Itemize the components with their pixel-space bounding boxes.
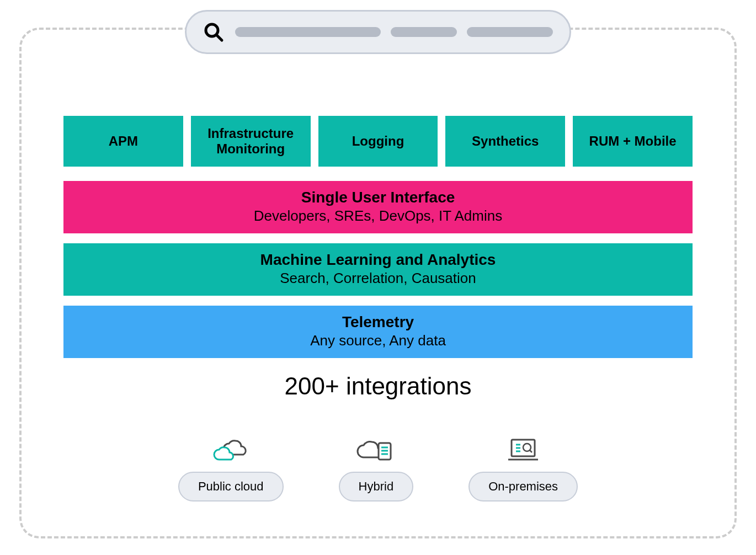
deployment-hybrid: Hybrid [339, 433, 414, 501]
search-icon [203, 22, 224, 42]
tile-label: APM [109, 134, 138, 149]
bar-telemetry: Telemetry Any source, Any data [63, 306, 693, 358]
integrations-label: 200+ integrations [63, 372, 693, 400]
deployment-label: Public cloud [198, 479, 264, 493]
deployment-on-premises: On-premises [468, 433, 578, 501]
bar-single-user-interface: Single User Interface Developers, SREs, … [63, 181, 693, 233]
tile-label: Logging [352, 134, 404, 149]
search-bar [185, 10, 571, 54]
tile-label: RUM + Mobile [589, 134, 677, 149]
deployment-options-row: Public cloud Hybrid [63, 433, 693, 501]
bar-machine-learning-analytics: Machine Learning and Analytics Search, C… [63, 243, 693, 296]
bar-subtitle: Developers, SREs, DevOps, IT Admins [63, 207, 693, 225]
bar-subtitle: Search, Correlation, Causation [63, 270, 693, 287]
bar-title: Single User Interface [63, 189, 693, 206]
tile-apm: APM [63, 116, 183, 167]
placeholder-pill [235, 27, 381, 37]
bar-title: Machine Learning and Analytics [63, 251, 693, 269]
svg-point-11 [523, 444, 531, 451]
tile-label: Infrastructure Monitoring [195, 126, 306, 156]
tile-logging: Logging [318, 116, 438, 167]
svg-line-1 [216, 35, 222, 40]
tile-synthetics: Synthetics [445, 116, 565, 167]
search-placeholder-pills [235, 27, 553, 37]
deployment-label: Hybrid [359, 479, 394, 493]
deployment-pill: Public cloud [178, 472, 284, 501]
hybrid-cloud-icon [356, 433, 395, 464]
tile-label: Synthetics [472, 134, 539, 149]
bar-subtitle: Any source, Any data [63, 332, 693, 349]
placeholder-pill [391, 27, 457, 37]
tile-rum-mobile: RUM + Mobile [573, 116, 693, 167]
deployment-public-cloud: Public cloud [178, 433, 284, 501]
tile-infrastructure-monitoring: Infrastructure Monitoring [191, 116, 311, 167]
diagram-content: APM Infrastructure Monitoring Logging Sy… [63, 116, 693, 501]
deployment-pill: On-premises [468, 472, 578, 501]
deployment-pill: Hybrid [339, 472, 414, 501]
deployment-label: On-premises [488, 479, 558, 493]
cloud-icon [211, 433, 250, 464]
laptop-icon [504, 433, 542, 464]
bar-title: Telemetry [63, 313, 693, 331]
capability-tiles-row: APM Infrastructure Monitoring Logging Sy… [63, 116, 693, 167]
placeholder-pill [467, 27, 553, 37]
svg-line-12 [530, 450, 532, 452]
